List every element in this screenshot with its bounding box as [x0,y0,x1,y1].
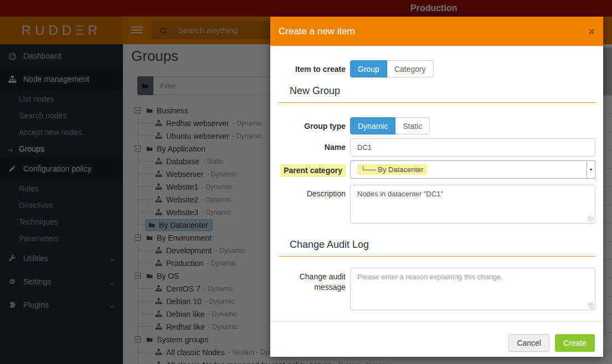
parent-category-row: Parent category └── By Datacenter ▼ [270,160,603,179]
close-icon[interactable]: × [588,25,595,37]
description-row: Description Nodes in datacenter "DC1" [270,185,603,223]
create-button[interactable]: Create [555,334,595,352]
cancel-button[interactable]: Cancel [508,334,549,352]
name-row: Name [270,138,603,157]
modal-footer: Cancel Create [270,321,603,357]
create-item-modal: Create a new item × Item to create Group… [270,17,603,357]
group-description-textarea[interactable]: Nodes in datacenter "DC1" [350,185,595,223]
parent-category-select[interactable]: └── By Datacenter ▼ [350,160,595,179]
item-type-group-button[interactable]: Group [350,60,387,77]
audit-message-row: Change audit message [270,268,603,310]
item-type-toggle: Group Category [350,60,595,77]
new-group-section-header: New Group [279,85,595,103]
item-to-create-row: Item to create Group Category [270,60,603,77]
group-type-static-button[interactable]: Static [395,117,430,134]
select-caret-icon: ▼ [587,161,595,178]
section-title-new-group: New Group [290,85,595,97]
modal-title: Create a new item [279,26,355,37]
group-type-row: Group type Dynamic Static [270,117,603,134]
modal-header: Create a new item × [270,17,603,46]
group-name-label: Name [270,138,346,157]
section-title-audit-log: Change Audit Log [290,239,595,251]
group-name-input[interactable] [350,138,595,157]
group-type-toggle: Dynamic Static [350,117,595,134]
parent-category-label: Parent category [270,160,346,179]
audit-message-label: Change audit message [270,268,346,310]
modal-body: Item to create Group Category New Group … [270,46,603,321]
parent-category-value: └── By Datacenter [357,164,427,175]
group-type-dynamic-button[interactable]: Dynamic [350,117,395,134]
item-to-create-label: Item to create [270,60,346,77]
audit-section-header: Change Audit Log [279,239,595,257]
audit-message-textarea[interactable] [350,268,595,310]
description-label: Description [270,185,346,223]
group-type-label: Group type [270,117,346,134]
item-type-category-button[interactable]: Category [387,60,434,77]
